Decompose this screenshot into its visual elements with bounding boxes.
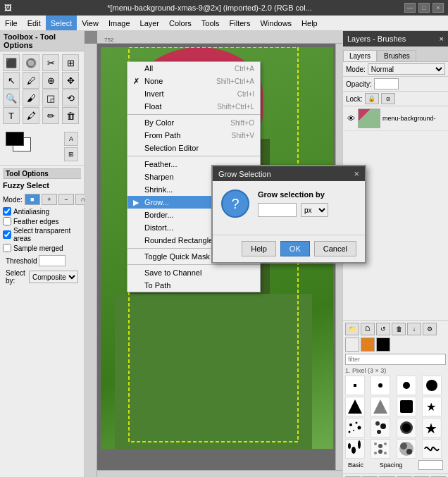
tool-btn-4[interactable]: ⊞ <box>62 54 79 71</box>
menu-entry-by-color[interactable]: By Color Shift+O <box>127 116 260 129</box>
menu-entry-none[interactable]: ✗ None Shift+Ctrl+A <box>127 75 260 87</box>
spacing-input[interactable]: 20.0 <box>418 460 443 470</box>
brush-settings-btn[interactable]: ⚙ <box>423 323 437 335</box>
menu-layer[interactable]: Layer <box>135 16 165 30</box>
color-swatch-fg[interactable] <box>6 132 24 146</box>
menu-view[interactable]: View <box>77 16 104 30</box>
menu-windows[interactable]: Windows <box>255 16 297 30</box>
brush-cell-3[interactable] <box>397 376 416 395</box>
brush-cell-15[interactable] <box>397 439 416 459</box>
menu-entry-from-path[interactable]: From Path Shift+V <box>127 129 260 142</box>
threshold-label: Threshold <box>6 257 37 265</box>
brush-cell-14[interactable] <box>371 439 390 459</box>
tab-layers[interactable]: Layers <box>343 50 377 61</box>
dialog-title-bar: Grow Selection × <box>213 166 365 181</box>
tool-btn-14[interactable]: 🖍 <box>23 107 39 124</box>
brush-cell-7[interactable] <box>397 397 416 416</box>
grow-unit-select[interactable]: px in mm pt <box>301 203 328 217</box>
brush-refresh-btn[interactable]: ↺ <box>376 323 390 335</box>
tool-btn-15[interactable]: ✏ <box>42 107 59 124</box>
cancel-button[interactable]: Cancel <box>314 241 356 256</box>
menu-entry-selection-editor[interactable]: Selection Editor <box>127 142 260 154</box>
brush-cell-13[interactable] <box>345 439 365 459</box>
brush-cell-5[interactable] <box>345 397 365 416</box>
brush-swatch-black[interactable] <box>376 337 390 352</box>
brush-cell-4[interactable] <box>422 376 442 395</box>
lock-pixels-btn[interactable]: 🔒 <box>365 93 379 104</box>
tool-btn-5[interactable]: ↖ <box>3 72 20 89</box>
help-button[interactable]: Help <box>242 241 276 256</box>
menu-entry-save-channel[interactable]: Save to Channel <box>127 266 260 279</box>
tool-btn-16[interactable]: 🗑 <box>62 107 79 124</box>
brush-filter-input[interactable] <box>345 354 446 365</box>
tool-btn-2[interactable]: 🔘 <box>23 54 39 71</box>
layers-close-icon[interactable]: × <box>440 35 444 43</box>
hscroll[interactable] <box>97 470 342 477</box>
tool-btn-10[interactable]: 🖌 <box>23 89 39 106</box>
menu-entry-invert[interactable]: Invert Ctrl+I <box>127 87 260 100</box>
tool-misc-2[interactable]: ⊞ <box>64 147 78 161</box>
lock-alpha-btn[interactable]: α <box>381 93 395 104</box>
brush-cell-1[interactable] <box>345 376 365 395</box>
tool-btn-12[interactable]: ⟲ <box>62 89 79 106</box>
brush-new-btn[interactable]: 📁 <box>345 323 359 335</box>
brush-cell-6[interactable] <box>371 397 390 416</box>
mode-btn-add[interactable]: + <box>42 194 57 205</box>
dialog-close-icon[interactable]: × <box>354 168 359 179</box>
menu-tools[interactable]: Tools <box>197 16 225 30</box>
tool-btn-6[interactable]: 🖊 <box>23 72 39 89</box>
select-by-dropdown[interactable]: Composite <box>29 271 78 283</box>
tool-misc-1[interactable]: A <box>64 132 78 146</box>
svg-point-15 <box>380 423 386 429</box>
tool-fuzzy-select[interactable]: ⬛ <box>3 54 20 71</box>
close-button[interactable]: × <box>433 3 444 13</box>
layer-visibility-icon[interactable]: 👁 <box>346 113 356 123</box>
brush-cell-2[interactable] <box>371 376 390 395</box>
menu-select[interactable]: Select <box>46 16 77 30</box>
tool-btn-8[interactable]: ✥ <box>62 72 79 89</box>
menu-entry-all[interactable]: All Ctrl+A <box>127 62 260 75</box>
brush-swatch-1[interactable] <box>345 337 359 352</box>
mode-btn-subtract[interactable]: − <box>58 194 74 205</box>
menu-image[interactable]: Image <box>104 16 135 30</box>
opacity-input[interactable]: 100.0 <box>374 78 399 89</box>
brush-cell-12[interactable]: ★ <box>422 418 442 438</box>
tool-btn-7[interactable]: ⊕ <box>42 72 59 89</box>
mode-btn-replace[interactable]: ■ <box>25 194 40 205</box>
tool-btn-3[interactable]: ✂ <box>42 54 59 71</box>
menu-colors[interactable]: Colors <box>164 16 197 30</box>
grow-value-input[interactable]: 1 <box>258 203 297 217</box>
menu-filters[interactable]: Filters <box>225 16 256 30</box>
ok-button[interactable]: OK <box>280 241 310 256</box>
brush-swatch-orange[interactable] <box>361 337 375 352</box>
tool-btn-13[interactable]: T <box>3 107 20 124</box>
fuzzy-select-label: Fuzzy Select <box>3 179 81 192</box>
tab-brushes[interactable]: Brushes <box>378 50 416 61</box>
brush-cell-8[interactable]: ★ <box>422 397 442 416</box>
brush-to-image-btn[interactable]: ↓ <box>407 323 421 335</box>
brush-cell-16[interactable] <box>422 439 442 459</box>
transparent-checkbox[interactable] <box>3 230 11 239</box>
mode-dropdown[interactable]: Normal <box>368 63 445 75</box>
antialiasing-checkbox[interactable] <box>3 207 11 216</box>
brush-cell-9[interactable] <box>345 418 365 438</box>
tool-btn-11[interactable]: ◲ <box>42 89 59 106</box>
brush-delete-btn[interactable]: 🗑 <box>392 323 406 335</box>
menu-entry-float[interactable]: Float Shift+Ctrl+L <box>127 100 260 113</box>
minimize-button[interactable]: — <box>404 3 416 13</box>
maximize-button[interactable]: □ <box>418 3 430 13</box>
brush-cell-10[interactable] <box>371 418 390 438</box>
tool-btn-9[interactable]: 🔍 <box>3 89 20 106</box>
invert-shortcut: Ctrl+I <box>237 90 254 98</box>
brush-folder-btn[interactable]: 🗋 <box>361 323 375 335</box>
svg-marker-5 <box>348 399 362 414</box>
feather-checkbox[interactable] <box>3 217 11 225</box>
sample-merged-checkbox[interactable] <box>3 244 11 252</box>
menu-edit[interactable]: Edit <box>23 16 46 30</box>
layer-item[interactable]: 👁 menu-background- <box>343 106 448 131</box>
threshold-input[interactable]: 15.0 <box>39 255 66 266</box>
brush-cell-11[interactable] <box>397 418 416 438</box>
menu-help[interactable]: Help <box>297 16 323 30</box>
menu-file[interactable]: File <box>0 16 23 30</box>
menu-entry-to-path[interactable]: To Path <box>127 279 260 292</box>
